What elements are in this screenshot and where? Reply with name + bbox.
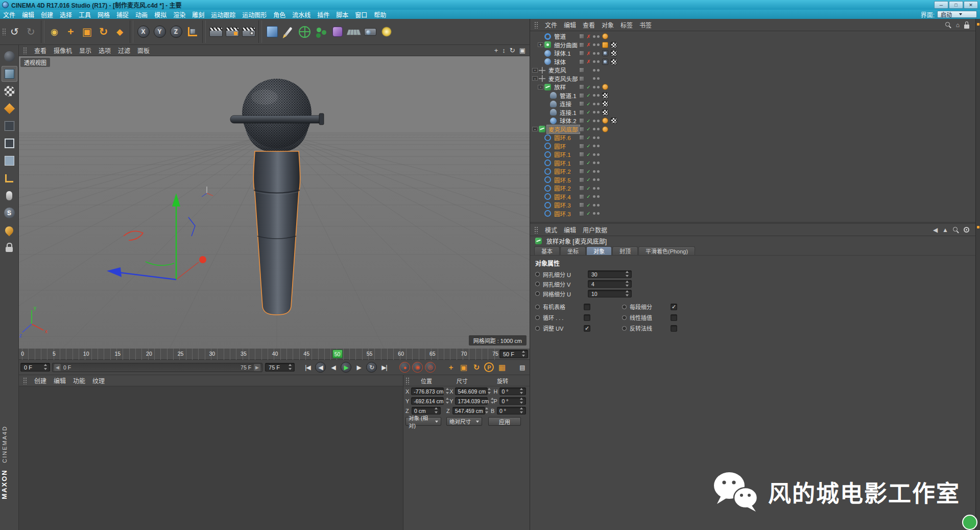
editor-visibility-dot[interactable] — [593, 195, 595, 198]
editor-visibility-dot[interactable] — [593, 178, 595, 181]
attribute-value-input[interactable]: 4 — [588, 280, 632, 288]
expand-icon[interactable]: + — [538, 42, 543, 47]
checkbox[interactable] — [584, 304, 590, 310]
menu-item[interactable]: 编辑 — [54, 376, 66, 385]
object-row[interactable]: 球体✗ — [530, 58, 975, 66]
frame-range-slider[interactable]: ◀ 0 F 75 F ▶ — [52, 363, 262, 372]
editor-visibility-dot[interactable] — [593, 86, 595, 88]
step-forward-button[interactable]: ▶ — [353, 361, 365, 373]
layer-chip-icon[interactable] — [579, 101, 584, 106]
panel-grip[interactable] — [2, 28, 6, 35]
history-back-icon[interactable]: ◀ — [933, 226, 938, 234]
panel-grip[interactable] — [405, 377, 410, 384]
key-parameter-button[interactable]: P — [483, 361, 495, 373]
range-start-field[interactable]: 0 F — [20, 363, 50, 372]
panel-grip[interactable] — [534, 226, 538, 234]
add-subdivision-surface-button[interactable] — [297, 20, 313, 43]
position-input[interactable]: -776.873 cm — [411, 387, 444, 395]
spinner-icon[interactable] — [519, 398, 524, 404]
object-row[interactable]: 管道✗ — [530, 32, 975, 41]
layer-chip-icon[interactable] — [579, 177, 584, 182]
object-row[interactable]: 圆环.1✓ — [530, 159, 975, 168]
layer-chip-icon[interactable] — [579, 211, 584, 216]
layer-chip-icon[interactable] — [579, 144, 584, 149]
spinner-icon[interactable] — [43, 364, 48, 371]
autokeying-button[interactable]: ◉ — [412, 361, 423, 373]
orange-dot-tag-icon[interactable] — [602, 33, 608, 39]
size-input[interactable]: 547.459 cm — [452, 407, 485, 414]
record-options-button[interactable]: ◎ — [424, 361, 436, 373]
menu-item[interactable]: 窗口 — [355, 10, 367, 19]
timeline-mode-button[interactable]: ▤ — [516, 361, 528, 373]
panel-grip[interactable] — [534, 21, 538, 29]
key-position-button[interactable]: + — [445, 361, 457, 373]
menu-item[interactable]: 文件 — [545, 20, 557, 29]
menu-item[interactable]: 插件 — [317, 10, 329, 19]
scale-tool-button[interactable]: ▣ — [79, 20, 95, 43]
size-input[interactable]: 1734.039 cm — [455, 397, 488, 405]
attribute-tab[interactable]: 封顶 — [612, 246, 638, 255]
spinner-icon[interactable] — [625, 290, 630, 297]
attribute-value-input[interactable]: 30 — [588, 270, 632, 278]
collapse-icon[interactable]: - — [532, 68, 538, 73]
zoom-icon[interactable]: ↕ — [502, 47, 506, 54]
spinner-icon[interactable] — [445, 388, 450, 395]
spinner-icon[interactable] — [625, 271, 630, 278]
enable-toggle[interactable]: ✓ — [586, 152, 591, 157]
render-visibility-dot[interactable] — [597, 103, 600, 105]
enable-toggle[interactable]: ✓ — [586, 177, 591, 182]
checkbox[interactable] — [671, 304, 677, 310]
redo-button[interactable]: ↻ — [23, 20, 39, 43]
add-deformer-button[interactable] — [329, 20, 345, 43]
search-icon[interactable] — [953, 227, 959, 233]
render-visibility-dot[interactable] — [597, 69, 600, 72]
close-button[interactable]: ✕ — [964, 1, 978, 9]
spinner-icon[interactable] — [288, 364, 293, 371]
orange-dot-tag-icon[interactable] — [602, 84, 608, 90]
spinner-icon[interactable] — [487, 388, 492, 395]
enable-toggle[interactable]: ✓ — [586, 109, 591, 115]
render-visibility-dot[interactable] — [597, 60, 600, 63]
layer-chip-icon[interactable] — [579, 51, 584, 56]
object-row[interactable]: 圆环.6✓ — [530, 133, 975, 142]
layer-chip-icon[interactable] — [579, 93, 584, 98]
add-camera-button[interactable] — [362, 20, 378, 43]
goto-end-button[interactable]: ▶| — [378, 361, 390, 373]
enable-toggle[interactable]: ✓ — [586, 118, 591, 124]
coordinate-mode-dropdown[interactable]: 对象 (相对) — [405, 417, 441, 426]
menu-item[interactable]: 过滤 — [118, 46, 130, 55]
current-frame-field[interactable]: 50 F — [499, 350, 528, 358]
editor-visibility-dot[interactable] — [593, 204, 595, 206]
attribute-tab[interactable]: 坐标 — [560, 246, 586, 255]
editor-visibility-dot[interactable] — [593, 145, 595, 147]
key-scale-button[interactable]: ▣ — [458, 361, 469, 373]
undo-button[interactable]: ↺ — [7, 20, 22, 43]
home-icon[interactable]: ⌂ — [956, 21, 960, 29]
enable-toggle[interactable]: ✗ — [586, 42, 591, 48]
menu-item[interactable]: 标签 — [620, 20, 633, 29]
enable-toggle[interactable]: ✓ — [586, 101, 591, 107]
render-visibility-dot[interactable] — [597, 86, 600, 88]
minimize-button[interactable]: ─ — [934, 1, 948, 9]
menu-item[interactable]: 动画 — [135, 10, 148, 19]
last-used-tool-button[interactable]: ◆ — [112, 20, 128, 43]
menu-item[interactable]: 捕捉 — [116, 10, 129, 19]
enable-toggle[interactable]: ✗ — [586, 34, 591, 39]
range-left-handle[interactable]: ◀ — [54, 364, 61, 371]
object-row[interactable]: 管道.1✓ — [530, 91, 975, 100]
object-row[interactable]: +细分曲面✗ — [530, 41, 975, 50]
object-row[interactable]: 圆环.4✓ — [530, 193, 975, 201]
enable-toggle[interactable]: ✗ — [586, 51, 591, 56]
paint-setup-button[interactable] — [2, 222, 17, 238]
play-backwards-button[interactable]: ◀ — [315, 361, 326, 373]
lock-y-axis-button[interactable]: Y — [152, 20, 168, 43]
menu-item[interactable]: 查看 — [34, 46, 46, 55]
layer-chip-icon[interactable] — [579, 160, 584, 166]
menu-item[interactable]: 显示 — [79, 46, 91, 55]
spinner-icon[interactable] — [490, 398, 495, 404]
menu-item[interactable]: 模拟 — [154, 10, 166, 19]
menu-item[interactable]: 文件 — [3, 10, 15, 19]
enable-snap-button[interactable]: S — [2, 205, 17, 221]
render-visibility-dot[interactable] — [597, 77, 600, 80]
enable-toggle[interactable]: ✓ — [586, 202, 591, 208]
